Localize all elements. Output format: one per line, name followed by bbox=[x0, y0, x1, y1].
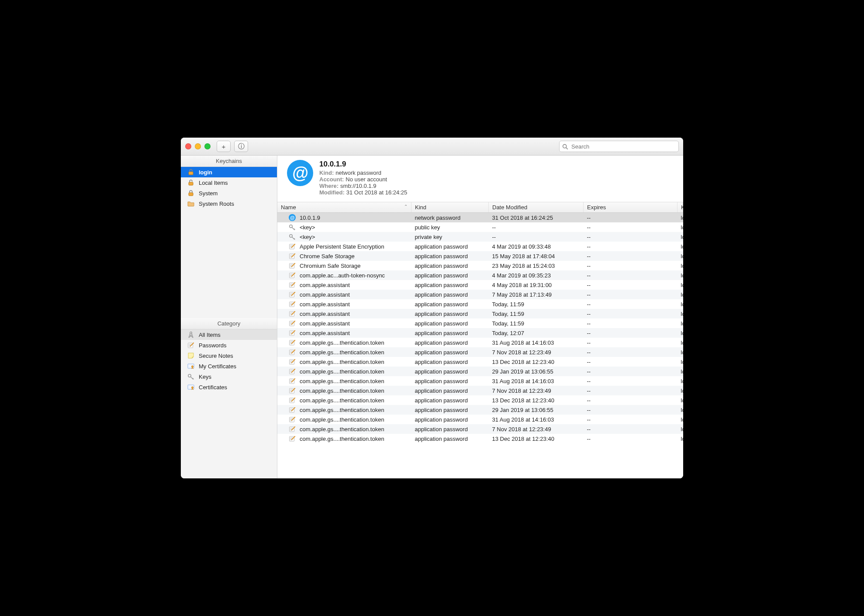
note-pencil-icon bbox=[289, 349, 296, 356]
cell-expires: -- bbox=[584, 405, 677, 415]
cell-name: com.apple.assistant bbox=[300, 301, 350, 308]
column-header-date-modified[interactable]: Date Modified bbox=[489, 202, 584, 213]
table-row[interactable]: @10.0.1.9network password31 Oct 2018 at … bbox=[277, 213, 683, 223]
at-sign-icon: @ bbox=[289, 214, 296, 221]
cell-keychain: login bbox=[677, 251, 683, 261]
cell-modified: 31 Oct 2018 at 16:24:25 bbox=[489, 213, 584, 223]
cell-modified: 29 Jan 2019 at 13:06:55 bbox=[489, 405, 584, 415]
search-input[interactable] bbox=[570, 143, 676, 150]
keychain-list: loginLocal ItemsSystemSystem Roots bbox=[181, 167, 277, 318]
table-row[interactable]: Apple Persistent State Encryptionapplica… bbox=[277, 242, 683, 251]
cell-modified: 4 Mar 2019 at 09:33:48 bbox=[489, 242, 584, 251]
cell-keychain: login bbox=[677, 270, 683, 280]
table-row[interactable]: com.apple.assistantapplication passwordT… bbox=[277, 328, 683, 338]
sidebar-keychain-system-roots[interactable]: System Roots bbox=[181, 198, 277, 209]
cell-name: Apple Persistent State Encryption bbox=[300, 243, 384, 250]
column-header-keychain[interactable]: Keychain bbox=[677, 202, 683, 213]
minimize-window-button[interactable] bbox=[195, 143, 201, 149]
key-icon bbox=[187, 373, 195, 380]
table-row[interactable]: com.apple.gs....thentication.tokenapplic… bbox=[277, 424, 683, 434]
table-row[interactable]: com.apple.assistantapplication password4… bbox=[277, 280, 683, 290]
table-row[interactable]: com.apple.gs....thentication.tokenapplic… bbox=[277, 367, 683, 376]
column-label: Name bbox=[281, 204, 296, 211]
sidebar-item-label: Passwords bbox=[199, 342, 227, 349]
table-row[interactable]: com.apple.gs....thentication.tokenapplic… bbox=[277, 386, 683, 395]
cell-keychain: login bbox=[677, 405, 683, 415]
items-table-scroll[interactable]: Name⌃KindDate ModifiedExpiresKeychain @1… bbox=[277, 202, 683, 478]
table-row[interactable]: <key>public key----login bbox=[277, 222, 683, 232]
table-row[interactable]: Chromium Safe Storageapplication passwor… bbox=[277, 261, 683, 270]
cell-expires: -- bbox=[584, 386, 677, 395]
sidebar-keychain-login[interactable]: login bbox=[181, 167, 277, 177]
cell-kind: application password bbox=[411, 376, 489, 386]
note-pencil-icon bbox=[289, 310, 296, 317]
add-item-button[interactable]: + bbox=[217, 141, 231, 152]
cell-keychain: login bbox=[677, 232, 683, 242]
sidebar-category-secure-notes[interactable]: Secure Notes bbox=[181, 350, 277, 361]
sort-asc-icon: ⌃ bbox=[404, 204, 408, 209]
table-row[interactable]: <key>private key----login bbox=[277, 232, 683, 242]
table-row[interactable]: com.apple.gs....thentication.tokenapplic… bbox=[277, 357, 683, 367]
zoom-window-button[interactable] bbox=[204, 143, 211, 149]
cell-expires: -- bbox=[584, 376, 677, 386]
sidebar-category-all-items[interactable]: All Items bbox=[181, 329, 277, 340]
table-row[interactable]: com.apple.gs....thentication.tokenapplic… bbox=[277, 376, 683, 386]
window-controls bbox=[185, 143, 211, 149]
cell-keychain: login bbox=[677, 280, 683, 290]
sidebar-keychain-local-items[interactable]: Local Items bbox=[181, 177, 277, 188]
cell-kind: application password bbox=[411, 405, 489, 415]
cell-modified: 31 Aug 2018 at 14:16:03 bbox=[489, 338, 584, 347]
info-button[interactable]: ⓘ bbox=[234, 141, 248, 152]
cell-name: com.apple.assistant bbox=[300, 282, 350, 288]
column-label: Date Modified bbox=[492, 204, 527, 211]
cell-kind: application password bbox=[411, 386, 489, 395]
cell-expires: -- bbox=[584, 424, 677, 434]
search-icon bbox=[562, 144, 568, 149]
cell-name: com.apple.gs....thentication.token bbox=[300, 368, 384, 375]
table-row[interactable]: Chrome Safe Storageapplication password1… bbox=[277, 251, 683, 261]
cell-kind: application password bbox=[411, 434, 489, 443]
table-row[interactable]: com.apple.gs....thentication.tokenapplic… bbox=[277, 405, 683, 415]
cell-name: com.apple.gs....thentication.token bbox=[300, 388, 384, 394]
column-header-name[interactable]: Name⌃ bbox=[277, 202, 411, 213]
cell-kind: application password bbox=[411, 357, 489, 367]
key-icon bbox=[289, 233, 296, 240]
detail-value: smb://10.0.1.9 bbox=[340, 183, 376, 189]
column-header-kind[interactable]: Kind bbox=[411, 202, 489, 213]
search-field[interactable] bbox=[559, 141, 679, 152]
cell-modified: Today, 11:59 bbox=[489, 318, 584, 328]
cell-expires: -- bbox=[584, 270, 677, 280]
table-row[interactable]: com.apple.gs....thentication.tokenapplic… bbox=[277, 434, 683, 443]
cell-expires: -- bbox=[584, 357, 677, 367]
cell-keychain: login bbox=[677, 261, 683, 270]
sidebar-category-keys[interactable]: Keys bbox=[181, 371, 277, 382]
table-row[interactable]: com.apple.gs....thentication.tokenapplic… bbox=[277, 347, 683, 357]
svg-rect-3 bbox=[189, 182, 193, 185]
cell-expires: -- bbox=[584, 309, 677, 318]
close-window-button[interactable] bbox=[185, 143, 191, 149]
sidebar-category-passwords[interactable]: Passwords bbox=[181, 340, 277, 350]
column-label: Keychain bbox=[681, 204, 683, 211]
sidebar-item-label: Keys bbox=[199, 374, 211, 380]
svg-line-1 bbox=[566, 147, 567, 149]
table-row[interactable]: com.apple.gs....thentication.tokenapplic… bbox=[277, 338, 683, 347]
keychain-access-window: + ⓘ Keychains loginLocal ItemsSystemSyst… bbox=[181, 138, 683, 478]
svg-point-5 bbox=[190, 332, 192, 334]
table-row[interactable]: com.apple.gs....thentication.tokenapplic… bbox=[277, 395, 683, 405]
sidebar-category-my-certificates[interactable]: My Certificates bbox=[181, 361, 277, 371]
note-pencil-icon bbox=[289, 329, 296, 336]
table-row[interactable]: com.apple.ac...auth-token-nosyncapplicat… bbox=[277, 270, 683, 280]
cell-kind: application password bbox=[411, 338, 489, 347]
table-row[interactable]: com.apple.assistantapplication password7… bbox=[277, 290, 683, 299]
table-row[interactable]: com.apple.assistantapplication passwordT… bbox=[277, 318, 683, 328]
detail-row: Kind:network password bbox=[319, 170, 407, 176]
cell-expires: -- bbox=[584, 213, 677, 223]
column-header-expires[interactable]: Expires bbox=[584, 202, 677, 213]
cell-kind: application password bbox=[411, 299, 489, 309]
table-row[interactable]: com.apple.assistantapplication passwordT… bbox=[277, 309, 683, 318]
cell-modified: 13 Dec 2018 at 12:23:40 bbox=[489, 395, 584, 405]
table-row[interactable]: com.apple.assistantapplication passwordT… bbox=[277, 299, 683, 309]
sidebar-category-certificates[interactable]: Certificates bbox=[181, 382, 277, 392]
sidebar-keychain-system[interactable]: System bbox=[181, 188, 277, 198]
table-row[interactable]: com.apple.gs....thentication.tokenapplic… bbox=[277, 415, 683, 424]
